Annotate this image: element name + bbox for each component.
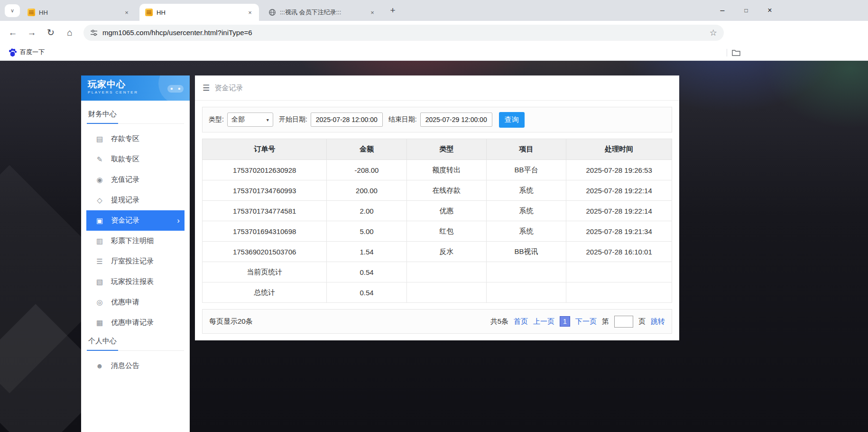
- tab-strip: ∨ HH × HH × :::视讯 会员下注纪录::: × + – □ ×: [0, 0, 868, 21]
- minimize-button[interactable]: –: [711, 0, 734, 21]
- sidebar-item-recharge-record[interactable]: ◉ 充值记录: [86, 169, 185, 190]
- sidebar-item-withdrawal-record[interactable]: ◇ 提现记录: [86, 190, 185, 210]
- filter-bar: 类型: 全部 ▾ 开始日期: 结束日期: 查询: [202, 107, 672, 132]
- sidebar-item-hall-bets[interactable]: ☰ 厅室投注记录: [86, 251, 185, 272]
- col-header-project: 项目: [486, 139, 566, 160]
- bookmarks-folder-icon[interactable]: [732, 49, 740, 56]
- bookmark-star-icon[interactable]: ☆: [710, 28, 717, 38]
- sidebar-item-label: 取款专区: [111, 155, 139, 164]
- end-date-input[interactable]: [420, 113, 492, 127]
- table-row: 1753701734774581 2.00 优惠 系统 2025-07-28 1…: [203, 201, 672, 221]
- jump-page-input[interactable]: [614, 316, 633, 328]
- reload-button[interactable]: ↻: [43, 25, 59, 41]
- total-stats-row: 总统计 0.54: [203, 282, 672, 303]
- sidebar-item-deposit[interactable]: ▤ 存款专区: [86, 129, 185, 149]
- sidebar-item-label: 存款专区: [111, 134, 139, 143]
- sidebar-item-label: 彩票下注明细: [111, 236, 154, 245]
- tab-title: HH: [157, 9, 242, 16]
- site-info-icon[interactable]: [90, 29, 98, 37]
- tab-search-button[interactable]: ∨: [5, 4, 20, 17]
- address-bar[interactable]: mgm1065.com/hhcp/usercenter.html?iniType…: [83, 25, 724, 41]
- prev-page-link[interactable]: 上一页: [533, 317, 554, 326]
- personal-section-heading: 个人中心: [87, 337, 184, 351]
- empty-cell: [486, 262, 566, 282]
- empty-cell: [406, 282, 486, 303]
- window-close-button[interactable]: ×: [758, 0, 782, 21]
- player-center-sidebar: 玩家中心 PLAYERS CENTER 财务中心 ▤ 存款专区 ✎ 取款专区 ◉…: [81, 75, 190, 432]
- stats-label: 总统计: [203, 282, 327, 303]
- cell-order: 1753701734760993: [203, 180, 327, 201]
- current-page-badge[interactable]: 1: [560, 316, 570, 327]
- tab-close-icon[interactable]: ×: [122, 8, 131, 17]
- window-controls: – □ ×: [711, 0, 782, 21]
- sidebar-item-player-report[interactable]: ▧ 玩家投注报表: [86, 272, 185, 292]
- cell-project: BB平台: [486, 160, 566, 180]
- jump-link[interactable]: 跳转: [651, 317, 665, 326]
- new-tab-button[interactable]: +: [386, 4, 399, 17]
- col-header-time: 处理时间: [566, 139, 672, 160]
- cell-project: 系统: [486, 201, 566, 221]
- sidebar-item-label: 充值记录: [111, 175, 139, 184]
- first-page-link[interactable]: 首页: [514, 317, 528, 326]
- empty-cell: [406, 262, 486, 282]
- tab-close-icon[interactable]: ×: [368, 8, 377, 17]
- maximize-button[interactable]: □: [734, 0, 758, 21]
- table-row: 1753690201503706 1.54 反水 BB视讯 2025-07-28…: [203, 242, 672, 262]
- sidebar-item-withdraw[interactable]: ✎ 取款专区: [86, 149, 185, 169]
- url-text[interactable]: mgm1065.com/hhcp/usercenter.html?iniType…: [102, 28, 705, 37]
- back-button[interactable]: ←: [5, 25, 21, 41]
- hall-bets-icon: ☰: [95, 257, 104, 266]
- stats-amount: 0.54: [327, 282, 406, 303]
- bookmarks-bar: 百度一下: [0, 44, 868, 61]
- col-header-amount: 金额: [327, 139, 406, 160]
- sidebar-header: 玩家中心 PLAYERS CENTER: [81, 75, 190, 101]
- tab-close-icon[interactable]: ×: [246, 8, 254, 17]
- panel-header: ☰ 资金记录: [195, 75, 679, 101]
- deposit-icon: ▤: [95, 135, 104, 143]
- chevron-right-icon: ›: [177, 216, 180, 225]
- table-row: 1753701694310698 5.00 红包 系统 2025-07-28 1…: [203, 221, 672, 242]
- start-date-input[interactable]: [311, 113, 383, 127]
- home-button[interactable]: ⌂: [62, 25, 78, 41]
- sidebar-item-lottery-bets[interactable]: ▥ 彩票下注明细: [86, 231, 185, 251]
- jump-suffix-label: 页: [638, 317, 646, 326]
- cell-time: 2025-07-28 19:21:34: [566, 221, 672, 242]
- player-report-icon: ▧: [95, 278, 104, 286]
- type-select[interactable]: 全部 ▾: [227, 113, 273, 127]
- col-header-type: 类型: [406, 139, 486, 160]
- sidebar-item-promo-record[interactable]: ▦ 优惠申请记录: [86, 312, 185, 333]
- tab-hh-2-active[interactable]: HH ×: [139, 4, 259, 21]
- chevron-down-icon: ∨: [10, 8, 14, 14]
- promo-record-icon: ▦: [95, 319, 104, 327]
- cell-amount: -208.00: [327, 160, 406, 180]
- cell-type: 额度转出: [406, 160, 486, 180]
- sidebar-item-label: 厅室投注记录: [111, 257, 154, 266]
- forward-button[interactable]: →: [24, 25, 40, 41]
- cell-type: 优惠: [406, 201, 486, 221]
- stats-amount: 0.54: [327, 262, 406, 282]
- fund-records-table: 订单号 金额 类型 项目 处理时间 1753702012630928 -208.…: [202, 139, 672, 303]
- type-label: 类型:: [209, 115, 224, 124]
- total-count-text: 共5条: [490, 317, 508, 326]
- table-row: 1753702012630928 -208.00 额度转出 BB平台 2025-…: [203, 160, 672, 180]
- cell-order: 1753701694310698: [203, 221, 327, 242]
- recharge-record-icon: ◉: [95, 176, 104, 184]
- sidebar-item-label: 提现记录: [111, 196, 139, 205]
- chevron-down-icon: ▾: [267, 117, 269, 122]
- finance-section-heading: 财务中心: [87, 110, 184, 124]
- search-button[interactable]: 查询: [499, 112, 525, 128]
- sidebar-item-promo-apply[interactable]: ◎ 优惠申请: [86, 292, 185, 312]
- bookmark-baidu[interactable]: 百度一下: [6, 47, 47, 58]
- sidebar-item-label: 资金记录: [111, 216, 139, 225]
- sidebar-item-messages[interactable]: ☻ 消息公告: [86, 356, 185, 376]
- cell-amount: 200.00: [327, 180, 406, 201]
- tab-video-records[interactable]: :::视讯 会员下注纪录::: ×: [263, 4, 381, 21]
- cell-order: 1753702012630928: [203, 160, 327, 180]
- sidebar-item-label: 优惠申请记录: [111, 318, 154, 327]
- table-row: 1753701734760993 200.00 在线存款 系统 2025-07-…: [203, 180, 672, 201]
- tab-hh-1[interactable]: HH ×: [22, 4, 136, 21]
- cell-time: 2025-07-28 16:10:01: [566, 242, 672, 262]
- sidebar-item-fund-record[interactable]: ▣ 资金记录 ›: [86, 210, 185, 231]
- next-page-link[interactable]: 下一页: [575, 317, 597, 326]
- page-title: 资金记录: [214, 84, 243, 93]
